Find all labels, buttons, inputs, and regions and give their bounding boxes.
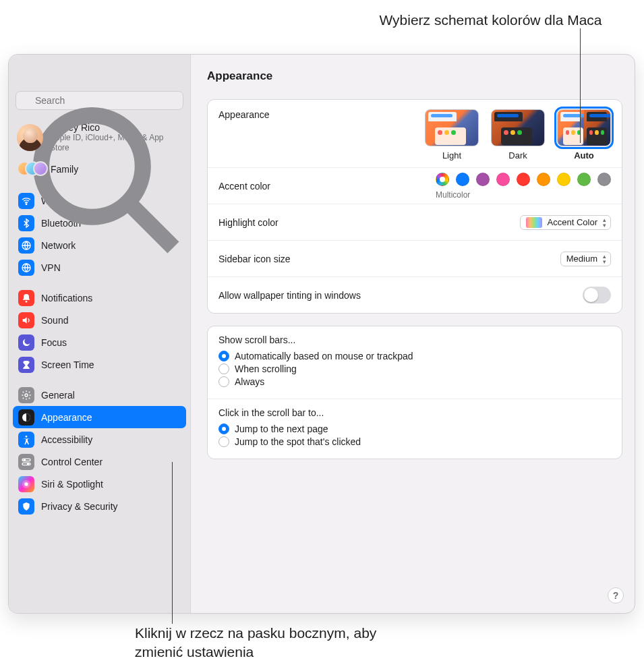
- sidebar-item-label: VPN: [41, 262, 61, 273]
- scrollbars-option-2[interactable]: Always: [218, 376, 611, 387]
- accessibility-icon: [18, 432, 34, 448]
- appearance-thumb-label: Light: [442, 150, 461, 161]
- page-title: Appearance: [207, 69, 622, 83]
- radio-label: When scrolling: [235, 363, 297, 374]
- svg-point-8: [26, 436, 28, 438]
- click-scroll-title: Click in the scroll bar to...: [218, 407, 611, 418]
- callout-leader-bottom: [0, 614, 644, 614]
- search-icon: [21, 95, 183, 258]
- highlight-swatch-icon: [526, 217, 542, 228]
- appearance-auto-button[interactable]: Auto: [557, 109, 611, 161]
- accent-colors: [436, 173, 611, 186]
- svg-point-0: [41, 115, 143, 217]
- sidebar-icon-value: Medium: [566, 254, 597, 264]
- screentime-icon: [18, 357, 34, 373]
- sidebar-item-notifications[interactable]: Notifications: [13, 287, 186, 309]
- radio-icon: [218, 376, 229, 387]
- siri-icon: [18, 476, 34, 492]
- accent-color-2[interactable]: [476, 173, 490, 186]
- scrollbars-option-0[interactable]: Automatically based on mouse or trackpad: [218, 351, 611, 361]
- family-avatars: [17, 161, 44, 177]
- sidebar-item-label: Appearance: [41, 412, 92, 423]
- sidebar-icon-popup[interactable]: Medium ▴▾: [560, 252, 611, 266]
- appearance-light-button[interactable]: Light: [425, 109, 479, 161]
- search-field[interactable]: [16, 91, 183, 110]
- sidebar-item-label: Control Center: [41, 457, 103, 467]
- sidebar-item-label: Siri & Spotlight: [41, 479, 103, 490]
- general-icon: [18, 387, 34, 403]
- main-content: Appearance Appearance LightDarkAuto Acce…: [191, 55, 635, 613]
- sidebar-item-siri[interactable]: Siri & Spotlight: [13, 473, 186, 495]
- vpn-icon: [18, 260, 34, 276]
- svg-point-14: [24, 482, 28, 486]
- scrollbars-option-1[interactable]: When scrolling: [218, 363, 611, 374]
- accent-color-8[interactable]: [597, 173, 611, 186]
- accent-label: Accent color: [218, 181, 270, 192]
- radio-icon: [218, 351, 229, 361]
- tinting-label: Allow wallpaper tinting in windows: [218, 290, 361, 301]
- appearance-thumb-label: Dark: [508, 150, 527, 161]
- appearance-dark-button[interactable]: Dark: [491, 109, 545, 161]
- svg-point-11: [24, 459, 25, 460]
- sidebar-item-privacy[interactable]: Privacy & Security: [13, 495, 186, 517]
- accent-color-4[interactable]: [517, 173, 530, 186]
- controlcenter-icon: [18, 454, 34, 470]
- click-scrollbar-option-1[interactable]: Jump to the spot that's clicked: [218, 436, 611, 447]
- chevron-updown-icon: ▴▾: [603, 254, 606, 264]
- click-scrollbar-option-0[interactable]: Jump to the next page: [218, 424, 611, 434]
- svg-line-1: [133, 207, 173, 247]
- radio-label: Always: [235, 376, 264, 387]
- sidebar-item-focus[interactable]: Focus: [13, 331, 186, 353]
- sidebar-item-label: Accessibility: [41, 434, 92, 445]
- avatar: [17, 124, 43, 151]
- sidebar-item-screentime[interactable]: Screen Time: [13, 353, 186, 376]
- sidebar-item-controlcenter[interactable]: Control Center: [13, 450, 186, 473]
- focus-icon: [18, 334, 34, 351]
- callout-leader-top: [0, 35, 644, 54]
- notifications-icon: [18, 290, 34, 306]
- radio-icon: [218, 424, 229, 434]
- sidebar-item-label: Notifications: [41, 293, 92, 303]
- help-button[interactable]: ?: [608, 587, 624, 604]
- sidebar-item-accessibility[interactable]: Accessibility: [13, 428, 186, 450]
- highlight-label: Highlight color: [218, 217, 279, 228]
- sidebar-item-appearance[interactable]: Appearance: [13, 406, 186, 428]
- sidebar: Ashley Rico Apple ID, iCloud+, Media & A…: [9, 55, 191, 613]
- sidebar-item-label: Focus: [41, 337, 67, 348]
- sidebar-item-label: Sound: [41, 315, 68, 326]
- sidebar-icon-label: Sidebar icon size: [218, 254, 291, 264]
- sidebar-item-label: Privacy & Security: [41, 501, 118, 512]
- callout-top: Wybierz schemat kolorów dla Maca: [0, 0, 644, 35]
- radio-icon: [218, 436, 229, 447]
- chevron-updown-icon: ▴▾: [603, 217, 606, 228]
- svg-point-5: [26, 301, 28, 303]
- appearance-icon: [18, 409, 34, 426]
- scroll-title: Show scroll bars...: [218, 334, 611, 345]
- appearance-label: Appearance: [218, 109, 270, 120]
- accent-sublabel: Multicolor: [436, 190, 470, 200]
- accent-color-5[interactable]: [537, 173, 550, 186]
- accent-color-0[interactable]: [436, 173, 449, 186]
- svg-point-6: [25, 394, 28, 397]
- highlight-popup[interactable]: Accent Color ▴▾: [520, 215, 611, 230]
- accent-color-3[interactable]: [496, 173, 510, 186]
- sidebar-item-sound[interactable]: Sound: [13, 309, 186, 331]
- radio-icon: [218, 363, 229, 374]
- sidebar-item-label: Screen Time: [41, 359, 94, 370]
- sidebar-item-vpn[interactable]: VPN: [13, 256, 186, 279]
- appearance-thumb-label: Auto: [574, 150, 594, 161]
- privacy-icon: [18, 498, 34, 515]
- sound-icon: [18, 312, 34, 328]
- sidebar-item-general[interactable]: General: [13, 384, 186, 406]
- accent-color-1[interactable]: [456, 173, 469, 186]
- svg-point-12: [28, 463, 29, 464]
- system-settings-window: Ashley Rico Apple ID, iCloud+, Media & A…: [8, 54, 635, 614]
- callout-bottom: Kliknij w rzecz na pasku bocznym, aby zm…: [0, 614, 418, 671]
- radio-label: Jump to the next page: [235, 424, 328, 434]
- tinting-toggle[interactable]: [583, 287, 611, 303]
- accent-color-6[interactable]: [557, 173, 570, 186]
- accent-color-7[interactable]: [577, 173, 591, 186]
- sidebar-item-label: General: [41, 390, 75, 401]
- scrollbar-panel: Show scroll bars... Automatically based …: [207, 326, 622, 459]
- appearance-panel: Appearance LightDarkAuto Accent color Mu…: [207, 99, 622, 314]
